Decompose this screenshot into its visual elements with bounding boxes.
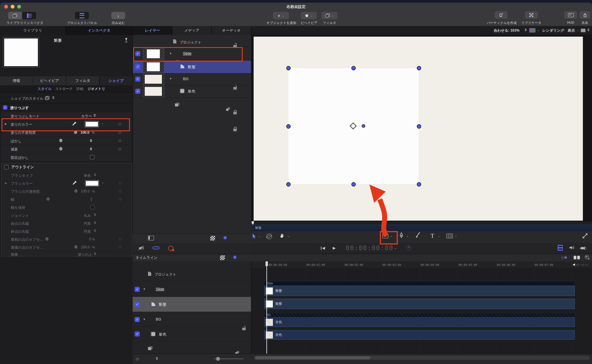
bezier-tool[interactable] bbox=[399, 232, 404, 240]
outline-checkbox[interactable] bbox=[4, 165, 9, 169]
layer-badge-icon[interactable] bbox=[226, 107, 230, 111]
last-offset-value[interactable]: 100.0 bbox=[81, 245, 90, 249]
track-size-stepper[interactable] bbox=[156, 357, 158, 360]
brush-color-chevron[interactable]: ⌄ bbox=[102, 181, 104, 184]
timecode-chevron[interactable]: ⌄ bbox=[394, 247, 397, 250]
select-tool-chevron[interactable]: ⌄ bbox=[258, 234, 260, 237]
filmstrip-icon[interactable] bbox=[558, 245, 563, 251]
play-button[interactable]: ▶ bbox=[333, 246, 336, 250]
feather-value[interactable]: 0 bbox=[90, 139, 92, 143]
fixed-feather-checkbox[interactable] bbox=[90, 155, 94, 159]
text-tool[interactable]: T bbox=[431, 233, 434, 239]
trim-icon[interactable] bbox=[574, 256, 580, 259]
tab-info[interactable]: 情報 bbox=[0, 76, 33, 85]
handle-mid-left[interactable] bbox=[286, 124, 291, 129]
start-cap-value[interactable]: 円形 bbox=[84, 221, 91, 226]
inspector-toggle-button[interactable] bbox=[22, 12, 36, 19]
order-value[interactable]: 塗りの上 bbox=[78, 252, 92, 257]
unlock-icon[interactable] bbox=[242, 328, 246, 330]
pan-tool[interactable] bbox=[279, 233, 284, 240]
anchor-point[interactable] bbox=[350, 123, 356, 129]
zoom-to-playhead-icon[interactable]: ▶ bbox=[585, 255, 589, 259]
tab-media[interactable]: メディア bbox=[172, 26, 212, 35]
falloff-value[interactable]: 0 bbox=[90, 147, 92, 151]
preserve-width-checkbox[interactable] bbox=[90, 205, 95, 209]
rect-activate-checkbox[interactable]: ✓ bbox=[135, 64, 140, 69]
first-offset-keyframe-icon[interactable]: ◇ bbox=[119, 237, 122, 241]
falloff-keyframe-icon[interactable]: ◇ bbox=[118, 146, 121, 151]
audio-enable-icon[interactable] bbox=[569, 245, 575, 251]
keyframes-toggle-icon[interactable]: ◇◆ bbox=[561, 255, 567, 259]
library-toggle-button[interactable] bbox=[8, 12, 22, 19]
tab-layers[interactable]: レイヤー bbox=[133, 26, 172, 35]
transform-3d-tool[interactable] bbox=[266, 234, 272, 239]
timecode-display[interactable]: 00:00:00:00 bbox=[346, 245, 393, 252]
import-button[interactable]: ↓ bbox=[111, 12, 125, 19]
handle-bottom-left[interactable] bbox=[286, 182, 291, 187]
make-particles-button[interactable] bbox=[495, 11, 508, 19]
timeline-hscrollbar[interactable] bbox=[254, 356, 590, 360]
tab-audio[interactable]: オーディオ bbox=[212, 26, 251, 35]
canvas-zoom-stepper[interactable] bbox=[525, 28, 527, 31]
fill-checkbox[interactable]: ✓ bbox=[3, 105, 7, 110]
rotation-handle[interactable] bbox=[362, 124, 365, 128]
skip-to-start-button[interactable]: ◀ bbox=[322, 246, 325, 250]
keyframe-nav-icon[interactable]: ◀◀◇ bbox=[580, 245, 587, 250]
gear-icon[interactable] bbox=[232, 255, 237, 261]
view-menu[interactable]: 表示 bbox=[568, 28, 575, 33]
handle-bottom-right[interactable] bbox=[417, 182, 421, 187]
brush-color-keyframe-icon[interactable]: ◇ bbox=[119, 181, 122, 185]
loop-icon[interactable] bbox=[152, 246, 160, 251]
project-panel-button[interactable] bbox=[75, 12, 89, 19]
order-stepper[interactable] bbox=[94, 252, 96, 255]
subtab-geometry[interactable]: ジオメトリ bbox=[88, 87, 105, 91]
layers-solid-label[interactable]: 単色 bbox=[188, 89, 195, 94]
hud-button[interactable] bbox=[564, 11, 577, 19]
shape-style-stepper[interactable] bbox=[52, 96, 54, 99]
tab-filters[interactable]: フィルタ bbox=[66, 76, 99, 85]
filters-button[interactable]: ⌄ bbox=[321, 12, 337, 19]
behaviors-button[interactable]: ⌄ bbox=[301, 12, 317, 19]
add-object-button[interactable]: +⌄ bbox=[273, 12, 289, 19]
brush-type-value[interactable]: 単色 bbox=[84, 173, 91, 178]
tab-library[interactable]: ライブラリ bbox=[0, 26, 66, 35]
rect-activate-checkbox[interactable]: ✓ bbox=[135, 302, 140, 307]
joint-value[interactable]: 丸み bbox=[84, 213, 91, 218]
disclosure-right-icon[interactable]: ▶ bbox=[5, 182, 7, 185]
track-bar-rect-1[interactable]: 矩形 bbox=[264, 286, 575, 296]
disclosure-down-icon[interactable]: ▼ bbox=[169, 77, 172, 80]
frame-view-icon[interactable] bbox=[148, 236, 154, 240]
solid-activate-checkbox[interactable]: ✓ bbox=[135, 89, 140, 94]
brush-opacity-value[interactable]: 100.0 bbox=[81, 189, 90, 193]
width-value[interactable]: 2 bbox=[90, 197, 92, 201]
shape-style-icon[interactable] bbox=[45, 96, 49, 100]
subtab-style[interactable]: スタイル bbox=[38, 87, 52, 91]
channel-chevron[interactable]: ⌄ bbox=[537, 29, 539, 32]
track-bar-rect-2[interactable]: 矩形 bbox=[264, 299, 575, 309]
timeline-zoom-slider[interactable] bbox=[214, 358, 243, 359]
share-button[interactable] bbox=[580, 11, 590, 19]
disclosure-down-icon[interactable]: ▼ bbox=[143, 318, 146, 321]
fullscreen-icon[interactable] bbox=[583, 233, 588, 240]
track-group-slide[interactable] bbox=[264, 282, 574, 286]
close-button[interactable] bbox=[4, 5, 8, 9]
channel-swatch[interactable] bbox=[529, 28, 535, 33]
rendering-menu[interactable]: レンダリング bbox=[542, 28, 564, 33]
lock-icon[interactable] bbox=[233, 112, 237, 114]
display-mode-stepper[interactable] bbox=[587, 28, 590, 31]
brush-color-swatch[interactable] bbox=[85, 180, 99, 187]
minimize-button[interactable] bbox=[11, 5, 15, 9]
bg-activate-checkbox[interactable]: ✓ bbox=[135, 77, 140, 82]
first-offset-value[interactable]: 0 bbox=[89, 237, 91, 241]
fill-mode-stepper[interactable] bbox=[94, 114, 96, 117]
joint-stepper[interactable] bbox=[94, 213, 96, 216]
disclosure-down-icon[interactable]: ▼ bbox=[143, 288, 146, 291]
tab-inspector[interactable]: インスペクタ bbox=[66, 26, 133, 35]
brush-type-stepper[interactable] bbox=[94, 173, 96, 176]
layers-rect-label[interactable]: 矩形 bbox=[188, 64, 195, 70]
audio-mute-icon[interactable] bbox=[138, 245, 144, 252]
checkerboard-icon[interactable] bbox=[220, 255, 225, 260]
timeline-rect-row-selected[interactable] bbox=[133, 297, 251, 312]
handle-top-right[interactable] bbox=[417, 66, 421, 70]
playhead[interactable] bbox=[266, 261, 267, 354]
